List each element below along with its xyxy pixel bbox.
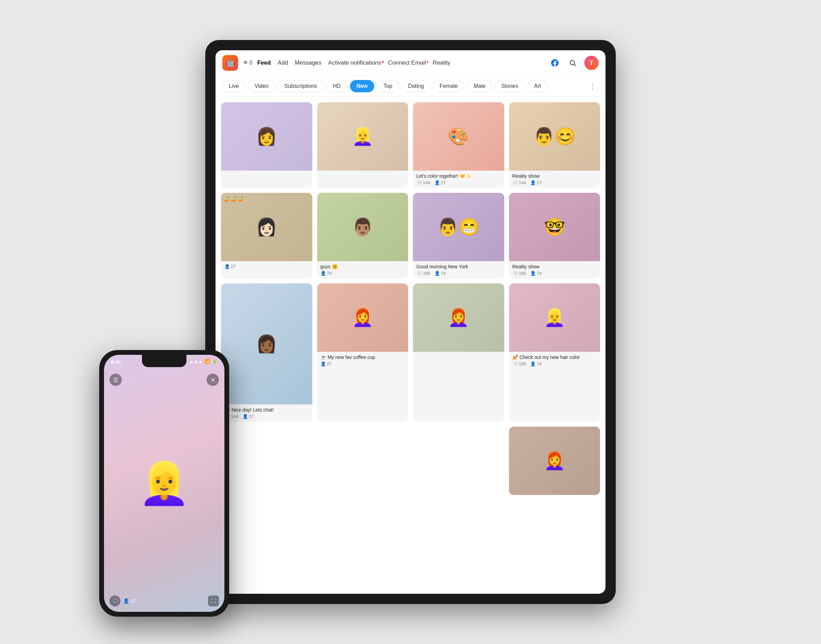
wifi-icon: 📶 [204, 359, 210, 364]
viewers-stat: 👤 27 [530, 180, 541, 185]
card-coffee[interactable]: 👩‍🦰 ☕ My new fav coffee cup 👤 27 [317, 284, 409, 422]
card-lets-color[interactable]: 🎨 Let's color together! 🤝✨ 🤍 144 👤 27 [413, 102, 504, 188]
card-emoji-girl[interactable]: 👩🏻 🤳🤳🤳 👤 27 [221, 193, 312, 279]
card-pink-hair[interactable]: 👱‍♀️ 💅 Check out my new hair color 🤍 195… [509, 284, 600, 422]
person-icon: 👤 [434, 180, 440, 185]
card-lets-color-info: Let's color together! 🤝✨ 🤍 144 👤 27 [413, 170, 504, 188]
heart-icon: 🤍 [416, 271, 422, 276]
card-girl-blue-info: 😊 Nice day! Lets chat! 🤍 144 👤 27 [221, 404, 312, 422]
nav-connect-email[interactable]: Connect Email [388, 60, 426, 66]
tab-male[interactable]: Male [467, 80, 492, 92]
tab-art[interactable]: Art [527, 80, 547, 92]
content-grid: 👩 👱‍♀️ 🎨 Let's color together! 🤝✨ 🤍 [215, 97, 606, 594]
phone-viewers: 👤 37 [123, 598, 136, 604]
person-icon: 👤 [434, 271, 440, 276]
card-good-morning-title: Good morning New York [416, 264, 501, 269]
likes-stat: 🤍 144 [416, 180, 430, 185]
nav-add[interactable]: Add [278, 60, 288, 66]
phone-time: 9:41 [111, 359, 121, 365]
search-icon[interactable] [566, 57, 579, 69]
phone-device: 👱‍♀️ 9:41 ▲▲▲ 📶 🔋 ☰ ✕ 🔊 [99, 350, 229, 616]
card-emoji-girl-info: 👤 27 [221, 261, 312, 272]
person-icon: 👤 [530, 271, 536, 276]
card-guys-title: guys 🤗 [321, 264, 405, 269]
nav-activate-notifications[interactable]: Activate notifications [328, 60, 381, 66]
nav-messages[interactable]: Messages [295, 60, 321, 66]
card-guys[interactable]: 👨🏽 guys 🤗 👤 74 [317, 193, 409, 279]
likes-stat: 🤍 144 [512, 180, 526, 185]
tablet-device: 🤖 👁 0 Feed Add Messages Activate notific… [205, 40, 616, 604]
user-avatar[interactable]: T [584, 56, 599, 70]
card-good-morning-stats: 🤍 195 👤 74 [416, 271, 501, 276]
more-options-icon[interactable]: ⋮ [586, 81, 599, 92]
phone-menu-button[interactable]: ☰ [109, 374, 122, 386]
header: 🤖 👁 0 Feed Add Messages Activate notific… [215, 50, 606, 76]
nav-feed[interactable]: Feed [257, 60, 271, 66]
card-reality-2[interactable]: 🤓 Reality show 🤍 195 👤 74 [509, 193, 600, 279]
viewers-stat: 👤 74 [434, 271, 446, 276]
card-woman2[interactable]: 👱‍♀️ [317, 102, 409, 188]
svg-point-0 [570, 60, 575, 65]
tab-video[interactable]: Video [248, 80, 275, 92]
header-nav: Feed Add Messages Activate notifications… [257, 60, 544, 66]
menu-icon: ☰ [113, 377, 118, 383]
person-icon: 👤 [243, 414, 248, 419]
viewers-stat: 👤 27 [243, 414, 254, 419]
card-reality-2-info: Reality show 🤍 195 👤 74 [509, 261, 600, 279]
tab-subscriptions[interactable]: Subscriptions [278, 80, 324, 92]
person-icon: 👤 [530, 361, 536, 366]
close-icon: ✕ [211, 377, 215, 383]
person-icon: 👤 [321, 271, 326, 276]
heart-icon: 🤍 [512, 361, 518, 366]
heart-icon: 🤍 [416, 180, 422, 185]
phone-expand-button[interactable]: ⛶ [208, 595, 219, 606]
tab-hd[interactable]: HD [326, 80, 347, 92]
viewers-stat: 👤 27 [434, 180, 446, 185]
card-reality-top-info: Reality show 🤍 144 👤 27 [509, 170, 600, 188]
nav-reality[interactable]: Reality [433, 60, 450, 66]
app-logo[interactable]: 🤖 [222, 55, 238, 71]
heart-icon: 🤍 [512, 180, 518, 185]
tab-female[interactable]: Female [433, 80, 464, 92]
phone-bottom-left: 🔊 👤 37 [109, 595, 136, 606]
header-zero-count: 👁 0 [243, 60, 252, 66]
viewers-stat: 👤 27 [224, 264, 236, 269]
card-guys-stats: 👤 74 [321, 271, 405, 276]
likes-stat: 🤍 195 [512, 271, 526, 276]
card-girl-blue[interactable]: 👩🏾 😊 Nice day! Lets chat! 🤍 144 👤 27 [221, 284, 312, 422]
card-coffee-info: ☕ My new fav coffee cup 👤 27 [317, 352, 409, 369]
card-woman1[interactable]: 👩 [221, 102, 312, 188]
phone-top-controls: ☰ ✕ [109, 374, 219, 386]
card-guys-info: guys 🤗 👤 74 [317, 261, 409, 279]
card-emoji-girl-stats: 👤 27 [224, 264, 309, 269]
card-reality-top-title: Reality show [512, 173, 597, 179]
card-girl-blue-stats: 🤍 144 👤 27 [224, 414, 309, 419]
app-logo-emoji: 🤖 [226, 58, 235, 67]
battery-icon: 🔋 [212, 359, 218, 364]
person-icon: 👤 [321, 361, 326, 366]
tab-live[interactable]: Live [222, 80, 245, 92]
svg-line-1 [574, 64, 576, 66]
phone-screen: 👱‍♀️ 9:41 ▲▲▲ 📶 🔋 ☰ ✕ 🔊 [104, 355, 224, 612]
card-good-morning[interactable]: 👨😁 Good morning New York 🤍 195 👤 74 [413, 193, 504, 279]
viewers-icon: 👤 [123, 598, 129, 604]
tab-new[interactable]: New [350, 80, 374, 92]
category-tabs: Live Video Subscriptions HD New Top Dati… [215, 76, 606, 97]
facebook-icon[interactable] [549, 57, 561, 69]
sound-icon: 🔊 [112, 598, 118, 604]
tablet-screen: 🤖 👁 0 Feed Add Messages Activate notific… [215, 50, 606, 594]
phone-close-button[interactable]: ✕ [207, 374, 219, 386]
tab-stories[interactable]: Stories [495, 80, 525, 92]
tab-dating[interactable]: Dating [401, 80, 430, 92]
tab-top[interactable]: Top [377, 80, 399, 92]
phone-notch [142, 355, 186, 367]
card-redhead[interactable]: 👩‍🦰 [413, 284, 504, 422]
person-icon: 👤 [530, 180, 536, 185]
header-right: T [549, 56, 599, 70]
phone-sound-button[interactable]: 🔊 [109, 595, 120, 606]
viewers-stat: 👤 27 [321, 361, 332, 366]
card-redhead-last[interactable]: 👩‍🦰 [509, 426, 600, 495]
card-reality-2-stats: 🤍 195 👤 74 [512, 271, 597, 276]
card-reality-top[interactable]: 👨😊 Reality show 🤍 144 👤 27 [509, 102, 600, 188]
card-good-morning-info: Good morning New York 🤍 195 👤 74 [413, 261, 504, 279]
